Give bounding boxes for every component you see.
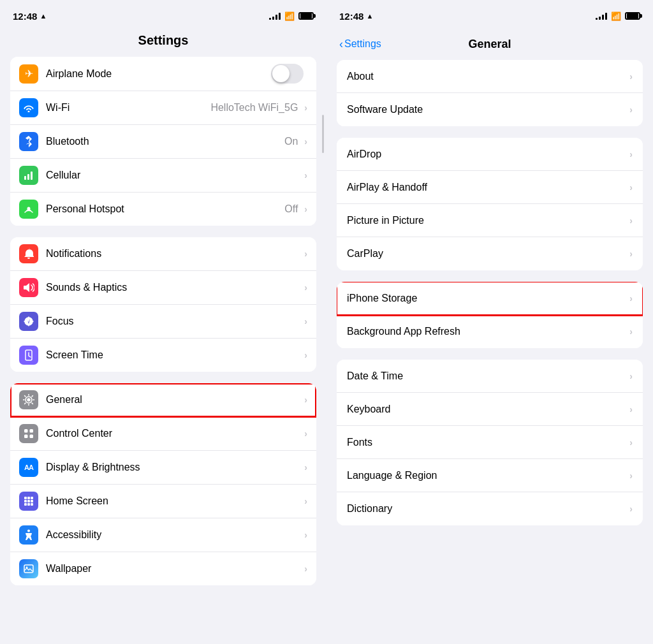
notifications-icon [19,244,38,263]
airplane-label: Airplane Mode [46,68,112,80]
screentime-item[interactable]: Screen Time › [10,339,316,372]
homescreen-label: Home Screen [46,495,108,507]
accessibility-label: Accessibility [46,529,101,541]
hotspot-label: Personal Hotspot [46,203,124,215]
focus-content: Focus › [46,316,307,327]
svg-rect-17 [27,500,30,502]
svg-rect-9 [24,429,28,433]
bluetooth-icon [19,132,38,151]
accessibility-icon [19,525,38,545]
iphone-storage-item[interactable]: iPhone Storage › [337,282,643,315]
back-button[interactable]: ‹ Settings [339,38,381,51]
control-label: Control Center [46,428,112,439]
sounds-item[interactable]: Sounds & Haptics › [10,271,316,305]
bg-refresh-label: Background App Refresh [347,326,629,337]
general-chevron: › [304,395,307,405]
svg-rect-14 [27,497,30,499]
accessibility-item[interactable]: Accessibility › [10,518,316,552]
storage-group: iPhone Storage › Background App Refresh … [337,282,643,348]
homescreen-icon [19,492,38,511]
status-icons-right: 📶 [596,11,640,21]
cellular-chevron: › [304,170,307,180]
pip-item[interactable]: Picture in Picture › [337,204,643,237]
wifi-chevron: › [304,103,307,113]
bar4r [605,13,607,20]
software-update-label: Software Update [347,104,629,115]
language-chevron: › [629,471,633,481]
wallpaper-item[interactable]: Wallpaper › [10,552,316,585]
airplay-item[interactable]: AirPlay & Handoff › [337,171,643,204]
software-update-chevron: › [629,105,633,115]
scroll-indicator-left [322,115,324,153]
airplay-chevron: › [629,182,633,193]
back-chevron-icon: ‹ [339,38,343,51]
settings-title: Settings [0,28,326,57]
wallpaper-chevron: › [304,564,307,574]
focus-item[interactable]: Focus › [10,305,316,339]
control-item[interactable]: Control Center › [10,417,316,451]
wallpaper-label: Wallpaper [46,563,91,574]
signal-icon-right [596,12,607,20]
homescreen-chevron: › [304,496,307,506]
display-item[interactable]: AA Display & Brightness › [10,451,316,485]
language-item[interactable]: Language & Region › [337,459,643,492]
wallpaper-icon [19,559,38,578]
general-item[interactable]: General › [10,383,316,417]
keyboard-label: Keyboard [347,404,629,415]
svg-rect-13 [24,497,27,499]
hotspot-chevron: › [304,204,307,214]
wifi-item[interactable]: Wi-Fi HelloTech WiFi_5G › [10,91,316,125]
back-label: Settings [344,38,381,50]
homescreen-item[interactable]: Home Screen › [10,485,316,518]
battery-fill-left [300,13,312,18]
pip-label: Picture in Picture [347,215,629,226]
notifications-item[interactable]: Notifications › [10,237,316,271]
svg-rect-0 [24,176,26,180]
svg-point-8 [27,399,31,402]
airdrop-chevron: › [629,149,633,159]
wifi-label: Wi-Fi [46,102,70,113]
cellular-item[interactable]: Cellular › [10,159,316,193]
clock-left: 12:48 [13,11,37,22]
nav-bar-right: ‹ Settings General [326,28,653,60]
svg-rect-2 [31,172,33,180]
svg-rect-23 [24,565,33,573]
airplane-mode-item[interactable]: ✈ Airplane Mode [10,57,316,91]
about-chevron: › [629,71,633,82]
datetime-item[interactable]: Date & Time › [337,360,643,393]
svg-rect-18 [31,500,33,502]
display-chevron: › [304,462,307,472]
location-icon-left: ▲ [40,12,47,20]
hotspot-item[interactable]: Personal Hotspot Off › [10,193,316,226]
about-item[interactable]: About › [337,60,643,93]
airdrop-item[interactable]: AirDrop › [337,138,643,171]
screentime-icon [19,346,38,365]
bar3r [602,15,604,20]
bluetooth-item[interactable]: Bluetooth On › [10,125,316,159]
cellular-label: Cellular [46,170,80,181]
dictionary-item[interactable]: Dictionary › [337,492,643,525]
datetime-label: Date & Time [347,370,629,382]
svg-rect-10 [30,429,34,433]
sharing-group: AirDrop › AirPlay & Handoff › Picture in… [337,138,643,270]
language-label: Language & Region [347,470,629,481]
notifications-group: Notifications › Sounds & Haptics › [10,237,316,372]
sounds-chevron: › [304,282,307,293]
airdrop-label: AirDrop [347,149,629,160]
cellular-content: Cellular › [46,170,307,181]
connectivity-group: ✈ Airplane Mode Wi-Fi [10,57,316,226]
wifi-content: Wi-Fi HelloTech WiFi_5G › [46,102,307,113]
sounds-label: Sounds & Haptics [46,282,127,293]
svg-rect-11 [24,435,28,439]
fonts-item[interactable]: Fonts › [337,426,643,459]
control-content: Control Center › [46,428,307,439]
iphone-storage-label: iPhone Storage [347,293,629,304]
airplane-toggle[interactable] [271,64,304,84]
keyboard-item[interactable]: Keyboard › [337,393,643,426]
software-update-item[interactable]: Software Update › [337,93,643,126]
focus-chevron: › [304,316,307,326]
bg-refresh-item[interactable]: Background App Refresh › [337,315,643,348]
fonts-label: Fonts [347,437,629,448]
carplay-item[interactable]: CarPlay › [337,237,643,270]
general-content: General › [46,394,307,406]
